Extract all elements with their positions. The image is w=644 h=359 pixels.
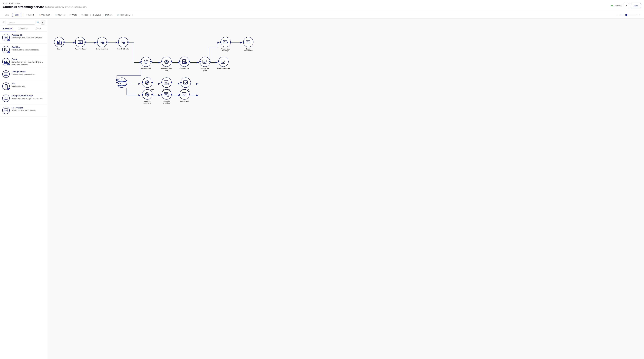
- item-info: HTTP Client Reads data from a HTTP Serve…: [12, 107, 44, 112]
- connector-left[interactable]: [142, 93, 144, 95]
- edit-tab[interactable]: Edit: [12, 13, 21, 17]
- connector-right[interactable]: [151, 82, 153, 84]
- grid-icon[interactable]: ⊞: [2, 20, 6, 24]
- node-format-analytics[interactable]: ✓ Format for analytics: [160, 89, 173, 104]
- node-count-not-completed-label: Count not completed: [141, 100, 154, 104]
- connector-left[interactable]: [180, 82, 182, 84]
- node-to-analytics[interactable]: To analytics: [179, 89, 190, 102]
- connector-left[interactable]: [218, 61, 220, 63]
- node-view-percent[interactable]: View percent: [141, 57, 151, 69]
- export-label: Export: [28, 14, 34, 16]
- sidebar-item-count[interactable]: + Count Generates numeric values from 1 …: [0, 56, 47, 68]
- search-input[interactable]: [7, 20, 36, 24]
- view-logs-button[interactable]: 📄 View logs: [53, 13, 67, 17]
- canvas[interactable]: Count JS View simulator JS Enrich user i…: [47, 18, 644, 359]
- connector-left[interactable]: [140, 61, 142, 63]
- plus-badge: +: [8, 63, 10, 65]
- node-email-notification[interactable]: Email notification: [242, 37, 255, 51]
- redo-icon: ↪: [82, 14, 83, 16]
- svg-line-71: [167, 62, 168, 63]
- connector-left[interactable]: [178, 61, 180, 63]
- item-icon-wrap: +: [2, 34, 10, 41]
- connector-right[interactable]: [150, 61, 152, 63]
- connector-left[interactable]: [242, 41, 244, 43]
- connector-right[interactable]: [63, 41, 65, 43]
- connector-right[interactable]: [170, 61, 172, 63]
- breadcrumb: Home / Solution name: [3, 2, 86, 4]
- sidebar-item-google-cloud-storage[interactable]: Google Cloud Storage Reads file(s) from …: [0, 92, 47, 104]
- sidebar-item-audit-log[interactable]: + Audit log Reads audit logs for current…: [0, 44, 47, 56]
- node-count-not-completed[interactable]: Count not completed: [141, 89, 154, 104]
- node-to-settlements[interactable]: To settlements completed not completed: [117, 77, 127, 89]
- sidebar-item-amazon-s3[interactable]: + Amazon S3 Reads file(s) from an Amazon…: [0, 31, 47, 44]
- connector-right[interactable]: [209, 61, 211, 63]
- connector-right[interactable]: [84, 41, 86, 43]
- connector-right[interactable]: [188, 61, 190, 63]
- connector-left[interactable]: [117, 41, 119, 43]
- node-email-notif-label: Email notification: [242, 48, 255, 51]
- collapse-button[interactable]: «: [40, 20, 45, 24]
- node-format-billing[interactable]: ✓ Format for billing: [198, 57, 211, 71]
- svg-rect-10: [6, 60, 7, 63]
- connector-right[interactable]: [170, 93, 172, 95]
- connector-right[interactable]: [170, 82, 172, 84]
- svg-line-95: [146, 83, 146, 84]
- node-enrich-user[interactable]: JS Enrich user info: [96, 37, 108, 50]
- connector-left[interactable]: [142, 82, 144, 84]
- completed-tag: completed: [118, 81, 126, 82]
- connector-left[interactable]: [161, 82, 163, 84]
- view-history-button[interactable]: 🕐 View history: [116, 13, 132, 17]
- sidebar-item-data-generator[interactable]: Data generator Emits randomly generated …: [0, 68, 47, 80]
- node-count[interactable]: Count: [54, 37, 64, 50]
- connector-left[interactable]: [161, 61, 163, 63]
- zoom-out-button[interactable]: −: [616, 13, 619, 17]
- view-audit-button[interactable]: 📋 View audit: [37, 13, 52, 17]
- node-format-billing-label: Format for billing: [198, 68, 211, 71]
- topbar-actions: Complete ✓ Start: [611, 3, 641, 8]
- item-icon-wrap: +: [2, 46, 10, 53]
- connector-right[interactable]: [151, 93, 153, 95]
- connector-left[interactable]: [178, 93, 180, 95]
- svg-line-109: [146, 93, 146, 94]
- sidebar-tab-processors[interactable]: Processors: [16, 26, 31, 31]
- zoom-in-button[interactable]: +: [638, 13, 642, 17]
- connector-right[interactable]: [230, 41, 232, 43]
- connector-left[interactable]: [161, 93, 163, 95]
- start-button[interactable]: Start: [630, 3, 641, 8]
- redo-button[interactable]: ↪ Redo: [80, 13, 90, 17]
- check-button[interactable]: ✓: [624, 3, 629, 8]
- svg-text:✓: ✓: [168, 95, 168, 97]
- connector-left[interactable]: [96, 41, 98, 43]
- svg-line-94: [148, 81, 149, 82]
- svg-text:HTTP: HTTP: [4, 110, 8, 111]
- undo-icon: ↩: [70, 14, 72, 16]
- connector-right[interactable]: [127, 41, 129, 43]
- top-bar: Home / Solution name Cultflicks streamin…: [0, 0, 644, 11]
- node-format-email[interactable]: Format email message: [219, 37, 232, 51]
- item-name: Data generator: [12, 70, 44, 73]
- connector-right-bottom[interactable]: [126, 84, 128, 86]
- undo-button[interactable]: ↩ Undo: [68, 13, 78, 17]
- node-aggregate-view[interactable]: Aggregate view time: [160, 57, 173, 71]
- zoom-slider[interactable]: [620, 15, 637, 15]
- export-button[interactable]: ⬆ Export: [25, 13, 35, 17]
- save-button[interactable]: 💾 Save: [104, 13, 114, 17]
- node-enrich-title[interactable]: JS Enrich title info: [118, 37, 129, 50]
- connector-left[interactable]: [199, 61, 201, 63]
- sidebar-tab-collectors[interactable]: Collectors: [0, 26, 16, 31]
- plus-badge: +: [8, 51, 10, 53]
- connector-left[interactable]: [220, 41, 222, 43]
- connector-right-top[interactable]: [126, 80, 128, 82]
- connector-left[interactable]: [74, 41, 76, 43]
- layout-button[interactable]: ⊞ Layout: [91, 13, 102, 17]
- sidebar-item-http-client[interactable]: HTTP HTTP Client Reads data from a HTTP …: [0, 104, 47, 116]
- connector-right[interactable]: [106, 41, 108, 43]
- sidebar-tab-forwarders[interactable]: Forwa...: [31, 26, 47, 31]
- sidebar-item-file[interactable]: + File Reads local file(s): [0, 80, 47, 92]
- node-view-simulator[interactable]: JS View simulator: [75, 37, 86, 50]
- node-to-billing[interactable]: To billing system: [217, 57, 230, 69]
- connector-left[interactable]: [116, 82, 118, 84]
- node-count-completed[interactable]: Count completed: [141, 77, 154, 90]
- node-classify-user[interactable]: JS Classify user: [179, 57, 190, 69]
- view-tab[interactable]: View: [2, 13, 12, 17]
